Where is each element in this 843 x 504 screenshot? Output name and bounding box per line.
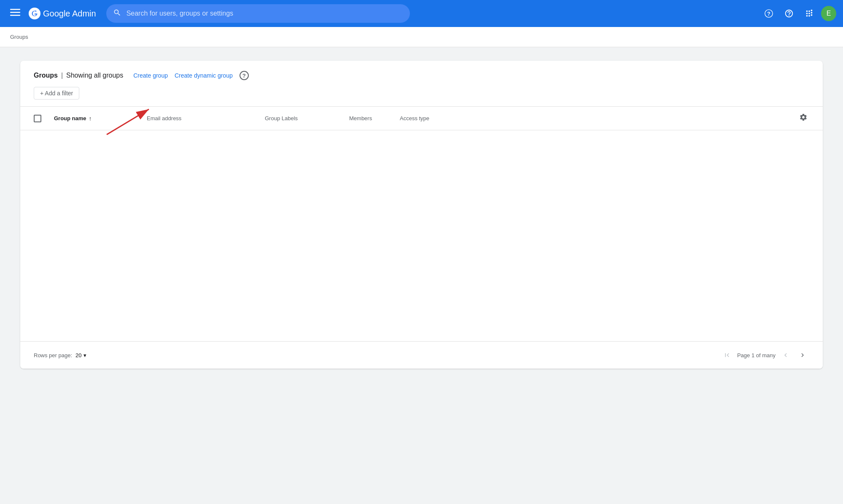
menu-icon[interactable] [7, 4, 24, 23]
card-title-groups: Groups [34, 72, 58, 79]
table-container: Group name ↑ Email address Group Labels … [20, 106, 823, 341]
rows-per-page: Rows per page: 20 ▾ [34, 352, 86, 358]
rows-per-page-value: 20 [75, 352, 81, 358]
search-icon [113, 8, 121, 19]
col-settings-header [789, 111, 809, 125]
col-labels-header: Group Labels [265, 115, 349, 121]
help-icon[interactable]: ? [240, 71, 249, 80]
filter-bar: + Add a filter [20, 87, 823, 106]
card-title-sep: | [61, 72, 63, 79]
sort-asc-icon: ↑ [89, 115, 92, 122]
col-access-header: Access type [400, 115, 789, 121]
select-all-checkbox[interactable] [34, 115, 41, 122]
search-input[interactable] [127, 10, 403, 17]
groups-card: Groups | Showing all groups Create group… [20, 61, 823, 369]
table-header: Group name ↑ Email address Group Labels … [20, 107, 823, 130]
logo-text: Google Admin [43, 9, 96, 19]
help-icon-btn[interactable] [781, 5, 797, 22]
next-page-btn[interactable] [796, 348, 809, 362]
main-content: Groups | Showing all groups Create group… [0, 47, 843, 382]
prev-page-btn[interactable] [779, 348, 792, 362]
card-header: Groups | Showing all groups Create group… [20, 61, 823, 87]
svg-text:?: ? [767, 11, 770, 17]
breadcrumb: Groups [10, 34, 28, 40]
first-page-btn[interactable] [720, 348, 734, 362]
create-group-link[interactable]: Create group [133, 72, 168, 79]
support-icon-btn[interactable]: ? [760, 5, 777, 22]
breadcrumb-bar: Groups [0, 27, 843, 47]
svg-rect-1 [10, 12, 20, 13]
card-header-links: Create group Create dynamic group ? [133, 71, 248, 80]
svg-rect-2 [10, 15, 20, 16]
svg-rect-0 [10, 9, 20, 10]
col-members-header: Members [349, 115, 400, 121]
rows-dropdown-icon: ▾ [83, 352, 86, 358]
user-avatar[interactable]: E [821, 6, 836, 21]
rows-per-page-select[interactable]: 20 ▾ [75, 352, 86, 358]
card-footer: Rows per page: 20 ▾ Page 1 of many [20, 341, 823, 369]
add-filter-button[interactable]: + Add a filter [34, 87, 79, 100]
col-checkbox-header [34, 115, 54, 122]
pagination-controls: Page 1 of many [720, 348, 809, 362]
table-body [20, 130, 823, 341]
search-bar[interactable] [106, 4, 410, 23]
apps-icon-btn[interactable] [801, 5, 818, 22]
page-label: Page 1 of many [737, 352, 776, 358]
table-settings-icon[interactable] [797, 111, 809, 125]
google-admin-logo: Google Admin [29, 8, 96, 19]
add-filter-label: + Add a filter [40, 90, 73, 97]
topbar-actions: ? E [760, 5, 836, 22]
col-email-header: Email address [147, 115, 265, 121]
rows-per-page-label: Rows per page: [34, 352, 72, 358]
card-title: Groups | Showing all groups [34, 72, 123, 79]
card-title-showing: Showing all groups [66, 72, 123, 79]
create-dynamic-group-link[interactable]: Create dynamic group [175, 72, 233, 79]
topbar: Google Admin ? E [0, 0, 843, 27]
col-group-name-header[interactable]: Group name ↑ [54, 115, 147, 122]
